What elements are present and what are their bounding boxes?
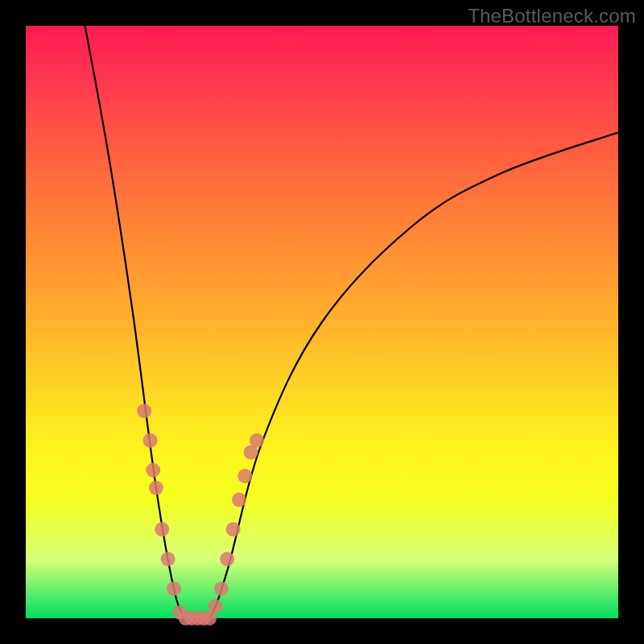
plot-area <box>26 26 618 618</box>
chart-frame: TheBottleneck.com <box>0 0 644 644</box>
sample-marker <box>143 433 158 448</box>
sample-markers <box>137 403 264 625</box>
sample-marker <box>208 599 223 613</box>
sample-marker <box>149 481 163 495</box>
sample-marker <box>137 403 151 418</box>
curve-svg <box>26 26 618 618</box>
sample-marker <box>220 551 234 566</box>
watermark-text: TheBottleneck.com <box>468 5 636 27</box>
sample-marker <box>232 493 246 507</box>
sample-marker <box>146 463 160 477</box>
sample-marker <box>250 433 264 448</box>
sample-marker <box>237 469 252 483</box>
sample-marker <box>214 581 229 596</box>
sample-marker <box>167 581 181 596</box>
sample-marker <box>155 522 169 537</box>
sample-marker <box>226 522 241 537</box>
sample-marker <box>161 551 175 566</box>
